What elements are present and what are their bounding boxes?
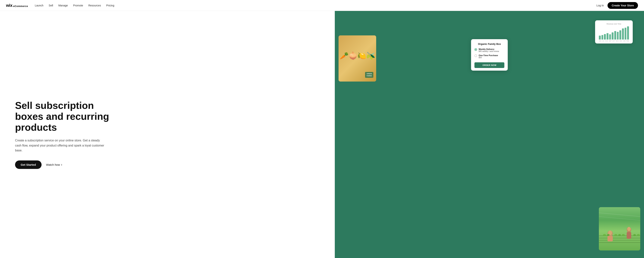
nav-item-manage[interactable]: Manage	[58, 4, 68, 7]
weekly-radio-dot	[475, 49, 476, 50]
svg-point-15	[633, 234, 636, 236]
nav-link-sell[interactable]: Sell	[49, 4, 53, 7]
chart-axis-label: NOV	[616, 40, 619, 42]
svg-line-18	[599, 216, 640, 220]
watch-how-text: Watch how	[46, 163, 60, 166]
nav-link-manage[interactable]: Manage	[58, 4, 68, 7]
chart-bar	[612, 32, 614, 40]
create-store-button[interactable]: Create Your Store	[608, 2, 638, 9]
nav-item-launch[interactable]: Launch	[35, 4, 44, 7]
farm-scene-svg	[599, 207, 640, 250]
svg-rect-3	[599, 242, 640, 243]
chart-bar	[609, 34, 611, 40]
chart-axis-label: FEB	[626, 40, 629, 42]
weekly-option-text: Weekly Delivery $45 weekly / auto-renew	[479, 48, 499, 52]
one-time-option[interactable]: One-Time Purchase $50	[474, 54, 504, 59]
svg-rect-5	[608, 236, 613, 241]
chart-axis-label: JUL	[602, 40, 604, 42]
one-time-price: $50	[479, 57, 498, 59]
svg-rect-2	[599, 240, 640, 241]
nav-links: Launch Sell Manage Promote Resources Pri…	[35, 4, 114, 7]
nav-link-resources[interactable]: Resources	[88, 4, 101, 7]
nav-left: wix eCommerce Launch Sell Manage Promote…	[6, 3, 114, 8]
weekly-delivery-option[interactable]: Weekly Delivery $45 weekly / auto-renew	[474, 48, 504, 52]
svg-rect-8	[627, 232, 631, 239]
watch-how-link[interactable]: Watch how ›	[46, 163, 62, 167]
svg-point-10	[603, 234, 606, 236]
navigation: wix eCommerce Launch Sell Manage Promote…	[0, 0, 644, 11]
svg-point-14	[622, 234, 625, 236]
revenue-card: Revenue over Time JANJULAUGSEPOCTNOVDECJ…	[595, 20, 633, 44]
nav-item-promote[interactable]: Promote	[73, 4, 83, 7]
chart-bar	[622, 29, 624, 40]
farm-scene	[599, 207, 640, 250]
chart-bar	[604, 34, 606, 40]
log-in-link[interactable]: Log In	[596, 4, 604, 7]
svg-point-11	[607, 234, 610, 236]
nav-link-promote[interactable]: Promote	[73, 4, 83, 7]
svg-point-16	[637, 234, 640, 236]
nav-item-sell[interactable]: Sell	[49, 4, 53, 7]
svg-rect-1	[599, 238, 640, 238]
chart-bar	[606, 33, 608, 40]
hero-cta: Get Started Watch how ›	[15, 160, 324, 169]
nav-item-pricing[interactable]: Pricing	[106, 4, 114, 7]
logo-wix-text: wix	[6, 3, 12, 8]
nav-item-resources[interactable]: Resources	[88, 4, 101, 7]
revenue-chart-title: Revenue over Time	[598, 23, 630, 25]
product-card-title: Organic Family Box	[474, 43, 504, 45]
logo[interactable]: wix eCommerce	[6, 3, 28, 8]
farm-photo	[599, 207, 640, 250]
hero-left: Sell subscription boxes and recurring pr…	[0, 11, 335, 258]
get-started-button[interactable]: Get Started	[15, 160, 42, 169]
chart-axis-label: DEC	[620, 40, 622, 42]
chart-bar	[617, 32, 619, 40]
svg-point-12	[614, 234, 617, 236]
logo-ecommerce-text: eCommerce	[13, 5, 28, 8]
chart-bar	[614, 31, 616, 40]
weekly-radio-button[interactable]	[474, 48, 477, 51]
vegetables-box: 🥕🧅🍋🫒 GREEN FARMS	[338, 35, 376, 82]
badge-line2: FARMS	[366, 75, 372, 77]
weekly-price-value: $45	[479, 50, 482, 52]
hero-title: Sell subscription boxes and recurring pr…	[15, 100, 124, 133]
vegetables-emoji: 🥕🧅🍋🫒	[340, 52, 375, 60]
green-farms-badge: GREEN FARMS	[365, 72, 373, 78]
chart-axis-label: OCT	[612, 40, 615, 42]
svg-point-9	[627, 227, 631, 231]
one-time-radio-button[interactable]	[474, 54, 477, 57]
weekly-label: Weekly Delivery	[479, 48, 499, 50]
product-subscription-card: Organic Family Box Weekly Delivery $45 w…	[471, 39, 508, 71]
chart-axis-label: AUG	[605, 40, 608, 42]
svg-line-17	[599, 213, 640, 216]
nav-link-pricing[interactable]: Pricing	[106, 4, 114, 7]
chart-bar	[625, 28, 626, 40]
hero-section: Sell subscription boxes and recurring pr…	[0, 11, 644, 258]
hero-right: Revenue over Time JANJULAUGSEPOCTNOVDECJ…	[335, 11, 644, 258]
one-time-label: One-Time Purchase	[479, 54, 498, 57]
weekly-price: $45 weekly / auto-renew	[479, 50, 499, 52]
weekly-price-detail: weekly / auto-renew	[482, 50, 499, 52]
hero-description: Create a subscription service on your on…	[15, 138, 105, 153]
chart-axis-label: JAN	[623, 40, 626, 42]
chart-labels: JANJULAUGSEPOCTNOVDECJANFEB	[598, 40, 630, 42]
order-now-button[interactable]: ORDER NOW	[474, 62, 504, 68]
chart-bars	[598, 26, 630, 40]
svg-point-13	[618, 234, 621, 236]
chart-axis-label: JAN	[599, 40, 601, 42]
chart-axis-label: SEP	[609, 40, 612, 42]
chart-bar	[602, 35, 603, 40]
one-time-option-text: One-Time Purchase $50	[479, 54, 498, 59]
chart-bar	[619, 30, 621, 40]
vegetables-image-area: 🥕🧅🍋🫒 GREEN FARMS	[338, 35, 376, 82]
nav-link-launch[interactable]: Launch	[35, 4, 44, 7]
arrow-right-icon: ›	[61, 163, 62, 167]
nav-right: Log In Create Your Store	[596, 2, 638, 9]
chart-bar	[627, 26, 629, 40]
chart-bar	[599, 36, 601, 40]
badge-line1: GREEN	[366, 73, 372, 75]
